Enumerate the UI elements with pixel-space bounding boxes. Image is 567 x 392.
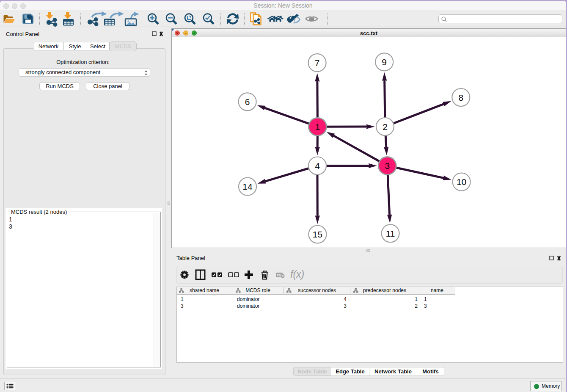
- svg-text:8: 8: [458, 93, 463, 102]
- svg-text:10: 10: [457, 177, 466, 187]
- svg-text:1: 1: [315, 122, 320, 132]
- svg-text:f(x): f(x): [290, 269, 304, 280]
- svg-text:9: 9: [382, 57, 387, 67]
- svg-text:6: 6: [245, 97, 250, 107]
- svg-text:2: 2: [383, 122, 388, 132]
- svg-text:3: 3: [385, 161, 390, 171]
- svg-text:14: 14: [242, 182, 253, 191]
- svg-text:15: 15: [313, 229, 322, 239]
- svg-text:11: 11: [386, 229, 395, 238]
- svg-text:7: 7: [315, 58, 320, 68]
- svg-text:4: 4: [315, 161, 320, 171]
